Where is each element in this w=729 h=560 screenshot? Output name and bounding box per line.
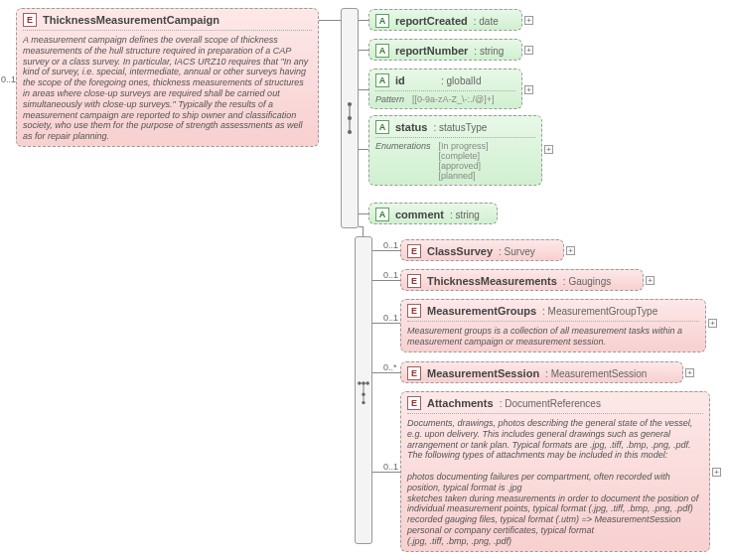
attribute-type-icon: A: [375, 44, 389, 58]
attr-report-created[interactable]: A reportCreated : date: [368, 9, 522, 31]
element-type: : Gaugings: [563, 276, 611, 287]
element-name: MeasurementSession: [427, 367, 539, 379]
expand-icon[interactable]: +: [524, 85, 533, 94]
connector-line: [359, 89, 368, 90]
connector-line: [372, 250, 400, 251]
sequence-junction: [341, 8, 359, 228]
element-type-icon: E: [407, 244, 421, 258]
element-type-icon: E: [23, 13, 37, 27]
attr-type: : string: [450, 210, 480, 220]
element-type-icon: E: [407, 274, 421, 288]
element-type-icon: E: [407, 366, 421, 380]
cardinality-label: 0..1: [383, 462, 398, 472]
expand-icon[interactable]: +: [685, 368, 694, 377]
attr-comment[interactable]: A comment : string: [368, 203, 498, 224]
expand-icon[interactable]: +: [524, 46, 533, 55]
attr-type: : statusType: [433, 122, 487, 133]
element-name: ThicknessMeasurements: [427, 275, 557, 287]
connector-line: [359, 213, 368, 214]
element-thickness-measurements[interactable]: E ThicknessMeasurements : Gaugings: [400, 269, 644, 291]
facet-value: [In progress] [complete] [approved] [pla…: [439, 141, 489, 181]
element-type: : DocumentReferences: [500, 398, 601, 409]
connector-line: [319, 20, 341, 21]
element-type-icon: E: [407, 304, 421, 318]
attr-type: : date: [474, 16, 499, 27]
cardinality-label: 0..*: [383, 362, 397, 372]
expand-icon[interactable]: +: [646, 276, 655, 285]
attribute-type-icon: A: [375, 120, 389, 134]
element-measurement-groups[interactable]: E MeasurementGroups : MeasurementGroupTy…: [400, 299, 706, 352]
expand-icon[interactable]: +: [566, 246, 575, 255]
facet-value: [[0-9a-zA-Z_\-:./@]+]: [412, 94, 494, 104]
element-thickness-measurement-campaign[interactable]: E ThicknessMeasurementCampaign A measure…: [16, 8, 319, 147]
element-name: ThicknessMeasurementCampaign: [43, 14, 219, 26]
cardinality-label: 0..1: [383, 313, 398, 323]
element-name: Attachments: [427, 397, 494, 409]
element-description: Documents, drawings, photos describing t…: [407, 418, 703, 547]
expand-icon[interactable]: +: [524, 16, 533, 25]
attr-name: status: [395, 121, 427, 133]
attr-report-number[interactable]: A reportNumber : string: [368, 39, 522, 61]
attr-name: id: [395, 74, 435, 86]
connector-line: [372, 280, 400, 281]
connector-line: [359, 50, 368, 51]
attr-id[interactable]: A id : globalId Pattern [[0-9a-zA-Z_\-:.…: [368, 69, 522, 109]
attr-name: reportNumber: [395, 45, 468, 57]
cardinality-label: 0..1: [1, 74, 16, 84]
element-attachments[interactable]: E Attachments : DocumentReferences Docum…: [400, 391, 710, 552]
attribute-type-icon: A: [375, 73, 389, 87]
expand-icon[interactable]: +: [544, 145, 553, 154]
element-type: : MeasurementSession: [545, 368, 647, 379]
element-description: A measurement campaign defines the overa…: [23, 35, 312, 142]
connector-line: [372, 323, 400, 324]
connector-line: [372, 372, 400, 373]
attr-status[interactable]: A status : statusType Enumerations [In p…: [368, 115, 542, 186]
connector-line: [372, 472, 400, 473]
connector-line: [359, 149, 368, 150]
connector-line: [359, 20, 368, 21]
element-description: Measurement groups is a collection of al…: [407, 326, 699, 348]
facet-label: Enumerations: [375, 141, 431, 181]
cardinality-label: 0..1: [383, 240, 398, 250]
attr-name: reportCreated: [395, 15, 468, 27]
expand-icon[interactable]: +: [708, 319, 717, 328]
element-type-icon: E: [407, 396, 421, 410]
element-name: MeasurementGroups: [427, 305, 536, 317]
expand-icon[interactable]: +: [712, 468, 721, 477]
element-name: ClassSurvey: [427, 245, 493, 257]
element-type: : Survey: [499, 246, 535, 257]
attr-type: : string: [474, 46, 504, 57]
facet-label: Pattern: [375, 94, 404, 104]
attribute-type-icon: A: [375, 208, 389, 221]
sequence-junction-children: [355, 236, 372, 544]
element-measurement-session[interactable]: E MeasurementSession : MeasurementSessio…: [400, 361, 683, 383]
attr-type: : globalId: [441, 75, 482, 86]
element-type: : MeasurementGroupType: [542, 306, 657, 317]
element-class-survey[interactable]: E ClassSurvey : Survey: [400, 239, 564, 261]
cardinality-label: 0..1: [383, 270, 398, 280]
attr-name: comment: [395, 209, 444, 220]
attribute-type-icon: A: [375, 14, 389, 28]
